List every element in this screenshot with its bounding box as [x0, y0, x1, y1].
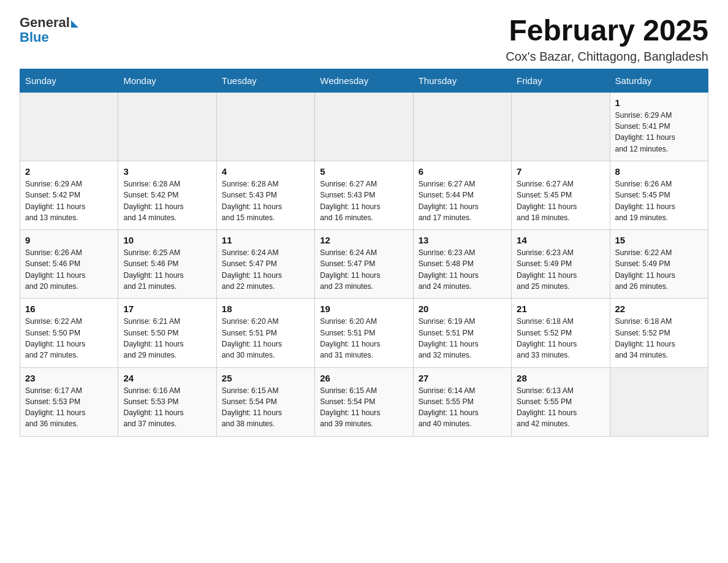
day-number: 10 — [123, 235, 211, 245]
month-title: February 2025 — [506, 15, 708, 47]
day-number: 9 — [25, 235, 113, 245]
day-info: Sunrise: 6:18 AM Sunset: 5:52 PM Dayligh… — [517, 316, 604, 361]
page-header: General Blue February 2025 Cox's Bazar, … — [20, 15, 708, 64]
calendar-cell: 20Sunrise: 6:19 AM Sunset: 5:51 PM Dayli… — [413, 299, 511, 367]
calendar-body: 1Sunrise: 6:29 AM Sunset: 5:41 PM Daylig… — [20, 92, 708, 436]
weekday-header-sunday: Sunday — [20, 69, 118, 92]
logo: General Blue — [20, 15, 78, 45]
calendar-cell — [315, 92, 413, 161]
day-number: 11 — [222, 235, 309, 245]
calendar-week-row: 1Sunrise: 6:29 AM Sunset: 5:41 PM Daylig… — [20, 92, 708, 161]
day-number: 8 — [615, 166, 703, 177]
day-info: Sunrise: 6:28 AM Sunset: 5:43 PM Dayligh… — [222, 178, 309, 223]
calendar-cell — [413, 92, 511, 161]
day-info: Sunrise: 6:27 AM Sunset: 5:43 PM Dayligh… — [320, 178, 408, 223]
day-number: 7 — [517, 166, 604, 177]
day-number: 2 — [25, 166, 113, 177]
day-number: 5 — [320, 166, 408, 177]
calendar-cell — [118, 92, 216, 161]
day-info: Sunrise: 6:21 AM Sunset: 5:50 PM Dayligh… — [123, 316, 211, 361]
day-info: Sunrise: 6:28 AM Sunset: 5:42 PM Dayligh… — [123, 178, 211, 223]
calendar-cell — [20, 92, 118, 161]
title-section: February 2025 Cox's Bazar, Chittagong, B… — [506, 15, 708, 64]
calendar-cell: 22Sunrise: 6:18 AM Sunset: 5:52 PM Dayli… — [610, 299, 708, 367]
weekday-header-monday: Monday — [118, 69, 216, 92]
day-number: 25 — [222, 373, 309, 383]
day-number: 3 — [123, 166, 211, 177]
day-number: 15 — [615, 235, 703, 245]
calendar-cell: 9Sunrise: 6:26 AM Sunset: 5:46 PM Daylig… — [20, 230, 118, 299]
calendar-cell: 26Sunrise: 6:15 AM Sunset: 5:54 PM Dayli… — [315, 367, 413, 436]
calendar-cell: 8Sunrise: 6:26 AM Sunset: 5:45 PM Daylig… — [610, 161, 708, 229]
calendar-week-row: 23Sunrise: 6:17 AM Sunset: 5:53 PM Dayli… — [20, 367, 708, 436]
calendar-cell: 2Sunrise: 6:29 AM Sunset: 5:42 PM Daylig… — [20, 161, 118, 229]
calendar-cell — [512, 92, 610, 161]
day-number: 18 — [222, 304, 309, 314]
calendar-cell: 13Sunrise: 6:23 AM Sunset: 5:48 PM Dayli… — [413, 230, 511, 299]
day-info: Sunrise: 6:26 AM Sunset: 5:46 PM Dayligh… — [25, 247, 113, 292]
day-info: Sunrise: 6:29 AM Sunset: 5:42 PM Dayligh… — [25, 178, 113, 223]
day-info: Sunrise: 6:14 AM Sunset: 5:55 PM Dayligh… — [419, 385, 506, 430]
calendar-cell: 7Sunrise: 6:27 AM Sunset: 5:45 PM Daylig… — [512, 161, 610, 229]
calendar-cell: 11Sunrise: 6:24 AM Sunset: 5:47 PM Dayli… — [216, 230, 314, 299]
day-info: Sunrise: 6:16 AM Sunset: 5:53 PM Dayligh… — [123, 385, 211, 430]
day-number: 14 — [517, 235, 604, 245]
day-number: 21 — [517, 304, 604, 314]
day-number: 27 — [419, 373, 506, 383]
logo-arrow-icon — [71, 20, 78, 28]
calendar-cell: 1Sunrise: 6:29 AM Sunset: 5:41 PM Daylig… — [610, 92, 708, 161]
day-info: Sunrise: 6:27 AM Sunset: 5:45 PM Dayligh… — [517, 178, 604, 223]
day-number: 16 — [25, 304, 113, 314]
calendar-week-row: 2Sunrise: 6:29 AM Sunset: 5:42 PM Daylig… — [20, 161, 708, 229]
day-number: 20 — [419, 304, 506, 314]
day-info: Sunrise: 6:17 AM Sunset: 5:53 PM Dayligh… — [25, 385, 113, 430]
weekday-header-tuesday: Tuesday — [216, 69, 314, 92]
day-info: Sunrise: 6:24 AM Sunset: 5:47 PM Dayligh… — [320, 247, 408, 292]
day-number: 12 — [320, 235, 408, 245]
location-text: Cox's Bazar, Chittagong, Bangladesh — [506, 50, 708, 64]
day-number: 22 — [615, 304, 703, 314]
day-info: Sunrise: 6:20 AM Sunset: 5:51 PM Dayligh… — [320, 316, 408, 361]
day-info: Sunrise: 6:15 AM Sunset: 5:54 PM Dayligh… — [320, 385, 408, 430]
calendar-cell: 3Sunrise: 6:28 AM Sunset: 5:42 PM Daylig… — [118, 161, 216, 229]
day-number: 24 — [123, 373, 211, 383]
calendar-cell: 5Sunrise: 6:27 AM Sunset: 5:43 PM Daylig… — [315, 161, 413, 229]
calendar-cell: 10Sunrise: 6:25 AM Sunset: 5:46 PM Dayli… — [118, 230, 216, 299]
calendar-cell: 24Sunrise: 6:16 AM Sunset: 5:53 PM Dayli… — [118, 367, 216, 436]
day-info: Sunrise: 6:23 AM Sunset: 5:48 PM Dayligh… — [419, 247, 506, 292]
day-info: Sunrise: 6:22 AM Sunset: 5:50 PM Dayligh… — [25, 316, 113, 361]
day-info: Sunrise: 6:26 AM Sunset: 5:45 PM Dayligh… — [615, 178, 703, 223]
day-info: Sunrise: 6:20 AM Sunset: 5:51 PM Dayligh… — [222, 316, 309, 361]
day-info: Sunrise: 6:19 AM Sunset: 5:51 PM Dayligh… — [419, 316, 506, 361]
calendar-cell: 27Sunrise: 6:14 AM Sunset: 5:55 PM Dayli… — [413, 367, 511, 436]
day-info: Sunrise: 6:29 AM Sunset: 5:41 PM Dayligh… — [615, 110, 703, 155]
weekday-header-row: SundayMondayTuesdayWednesdayThursdayFrid… — [20, 69, 708, 92]
day-info: Sunrise: 6:18 AM Sunset: 5:52 PM Dayligh… — [615, 316, 703, 361]
logo-blue-text: Blue — [20, 29, 49, 45]
calendar-cell: 12Sunrise: 6:24 AM Sunset: 5:47 PM Dayli… — [315, 230, 413, 299]
day-info: Sunrise: 6:27 AM Sunset: 5:44 PM Dayligh… — [419, 178, 506, 223]
calendar-cell: 28Sunrise: 6:13 AM Sunset: 5:55 PM Dayli… — [512, 367, 610, 436]
calendar-table: SundayMondayTuesdayWednesdayThursdayFrid… — [20, 69, 708, 437]
day-info: Sunrise: 6:25 AM Sunset: 5:46 PM Dayligh… — [123, 247, 211, 292]
calendar-header: SundayMondayTuesdayWednesdayThursdayFrid… — [20, 69, 708, 92]
day-number: 4 — [222, 166, 309, 177]
day-info: Sunrise: 6:23 AM Sunset: 5:49 PM Dayligh… — [517, 247, 604, 292]
weekday-header-friday: Friday — [512, 69, 610, 92]
calendar-cell — [610, 367, 708, 436]
calendar-cell: 21Sunrise: 6:18 AM Sunset: 5:52 PM Dayli… — [512, 299, 610, 367]
weekday-header-saturday: Saturday — [610, 69, 708, 92]
calendar-cell: 6Sunrise: 6:27 AM Sunset: 5:44 PM Daylig… — [413, 161, 511, 229]
calendar-cell: 18Sunrise: 6:20 AM Sunset: 5:51 PM Dayli… — [216, 299, 314, 367]
day-number: 6 — [419, 166, 506, 177]
day-number: 17 — [123, 304, 211, 314]
calendar-cell: 17Sunrise: 6:21 AM Sunset: 5:50 PM Dayli… — [118, 299, 216, 367]
day-info: Sunrise: 6:24 AM Sunset: 5:47 PM Dayligh… — [222, 247, 309, 292]
calendar-cell — [216, 92, 314, 161]
day-info: Sunrise: 6:13 AM Sunset: 5:55 PM Dayligh… — [517, 385, 604, 430]
day-number: 13 — [419, 235, 506, 245]
day-info: Sunrise: 6:15 AM Sunset: 5:54 PM Dayligh… — [222, 385, 309, 430]
day-number: 26 — [320, 373, 408, 383]
calendar-week-row: 9Sunrise: 6:26 AM Sunset: 5:46 PM Daylig… — [20, 230, 708, 299]
calendar-cell: 19Sunrise: 6:20 AM Sunset: 5:51 PM Dayli… — [315, 299, 413, 367]
